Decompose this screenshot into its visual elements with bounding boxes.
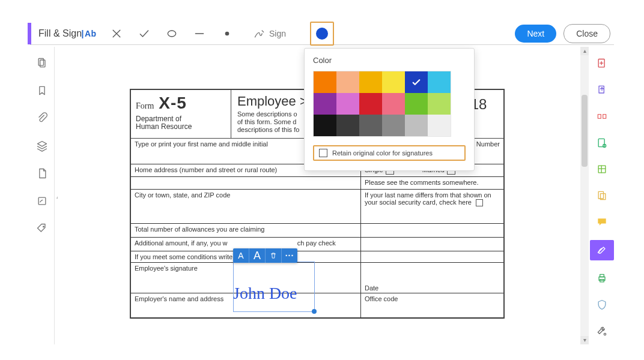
- color-swatch-4[interactable]: [405, 71, 428, 93]
- line-tool[interactable]: [192, 26, 207, 41]
- more-tools-icon[interactable]: [594, 323, 610, 340]
- dot-tool[interactable]: [220, 26, 234, 41]
- organize-icon[interactable]: [594, 134, 610, 151]
- current-color-dot: [316, 28, 328, 40]
- scroll-up-arrow[interactable]: ▴: [580, 47, 589, 55]
- right-nav: [590, 47, 614, 344]
- svg-rect-2: [38, 59, 43, 66]
- sign-label: Sign: [269, 29, 286, 38]
- svg-point-5: [43, 226, 44, 227]
- color-swatch-7[interactable]: [336, 93, 359, 115]
- more-button[interactable]: ···: [282, 248, 297, 263]
- toolbar-title: Fill & Sign: [38, 28, 82, 39]
- retain-label: Retain original color for signatures: [332, 149, 433, 157]
- color-popover-title: Color: [313, 56, 466, 65]
- color-popover: Color Retain original color for signatur…: [304, 48, 475, 171]
- text-tool[interactable]: Ab: [82, 26, 96, 41]
- color-grid: [313, 71, 451, 137]
- signature-selection-box[interactable]: [233, 262, 315, 312]
- scrollbar[interactable]: ▴ ▾: [580, 47, 589, 344]
- svg-rect-9: [598, 139, 604, 146]
- color-swatch-3[interactable]: [382, 71, 405, 93]
- form-code: X-5: [159, 94, 187, 113]
- tags-icon[interactable]: [34, 221, 50, 236]
- annotation-tools: Ab Sign: [82, 22, 334, 46]
- attachment-icon[interactable]: [34, 110, 50, 126]
- field-lastname-note: If your last name differs from that show…: [361, 190, 503, 223]
- fill-sign-icon[interactable]: [590, 240, 614, 260]
- close-button[interactable]: Close: [564, 24, 610, 43]
- next-button[interactable]: Next: [515, 25, 556, 43]
- comment-icon[interactable]: [594, 214, 610, 230]
- svg-rect-12: [598, 191, 603, 199]
- decrease-size-button[interactable]: A: [233, 248, 249, 263]
- svg-rect-15: [600, 274, 604, 277]
- scroll-thumb[interactable]: [582, 95, 588, 167]
- svg-rect-7: [598, 115, 601, 119]
- color-swatch-8[interactable]: [359, 93, 382, 115]
- sign-tool[interactable]: Sign: [254, 28, 286, 40]
- signature-edit-toolbar: A A ···: [233, 248, 297, 263]
- dept-line-2: Human Resource: [136, 123, 226, 131]
- color-swatch-17[interactable]: [428, 115, 451, 136]
- field-allowances: Total number of allowances you are claim…: [131, 224, 361, 237]
- circle-tool[interactable]: [165, 26, 179, 41]
- spreadsheet-icon[interactable]: [594, 161, 610, 178]
- color-swatch-13[interactable]: [336, 115, 359, 136]
- color-swatch-1[interactable]: [336, 71, 359, 93]
- protect-icon[interactable]: [594, 296, 610, 313]
- color-swatch-11[interactable]: [428, 93, 451, 115]
- svg-rect-3: [40, 60, 45, 67]
- check-tool[interactable]: [137, 26, 151, 41]
- accent-strip: [28, 23, 31, 44]
- color-swatch-15[interactable]: [382, 115, 405, 136]
- color-swatch-14[interactable]: [359, 115, 382, 136]
- color-swatch-0[interactable]: [314, 71, 336, 93]
- create-pdf-icon[interactable]: [594, 55, 610, 72]
- color-swatch-9[interactable]: [382, 93, 405, 115]
- combine-icon[interactable]: [594, 187, 610, 204]
- svg-point-0: [168, 31, 175, 37]
- color-swatch-10[interactable]: [405, 93, 428, 115]
- page-icon[interactable]: [34, 166, 50, 181]
- svg-point-17: [604, 333, 606, 335]
- field-office-code: Office code: [361, 293, 503, 317]
- field-address-value: [131, 177, 361, 189]
- field-city-label: City or town, state, and ZIP code: [131, 190, 361, 223]
- form-label: Form: [136, 101, 154, 111]
- signature-panel-icon[interactable]: [34, 193, 50, 209]
- svg-rect-8: [603, 115, 606, 119]
- color-swatch-6[interactable]: [314, 93, 336, 115]
- edit-pdf-icon[interactable]: [594, 108, 610, 125]
- fill-and-sign-toolbar: Fill & Sign Ab Sign Next Close: [30, 23, 614, 45]
- left-nav: [30, 47, 55, 344]
- scroll-down-arrow[interactable]: ▾: [580, 336, 589, 344]
- svg-rect-4: [38, 197, 46, 205]
- layers-icon[interactable]: [34, 138, 50, 154]
- date-label: Date: [365, 284, 378, 292]
- increase-size-button[interactable]: A: [249, 248, 266, 263]
- color-swatch-16[interactable]: [405, 115, 428, 136]
- retain-original-color-option[interactable]: Retain original color for signatures: [313, 145, 466, 161]
- thumbnails-icon[interactable]: [34, 55, 50, 71]
- resize-handle[interactable]: [312, 309, 317, 314]
- print-icon[interactable]: [594, 270, 610, 287]
- svg-rect-11: [598, 166, 606, 173]
- current-color-button[interactable]: [310, 22, 334, 46]
- color-swatch-12[interactable]: [314, 115, 336, 136]
- field-comments: Please see the comments somewhere.: [361, 177, 503, 189]
- color-swatch-5[interactable]: [428, 71, 451, 93]
- retain-checkbox[interactable]: [319, 149, 327, 157]
- bookmark-icon[interactable]: [34, 83, 50, 98]
- export-icon[interactable]: [594, 82, 610, 98]
- lastname-checkbox[interactable]: [476, 199, 483, 206]
- color-swatch-2[interactable]: [359, 71, 382, 93]
- delete-button[interactable]: [266, 248, 282, 263]
- cross-tool[interactable]: [109, 26, 124, 41]
- svg-point-1: [225, 32, 229, 36]
